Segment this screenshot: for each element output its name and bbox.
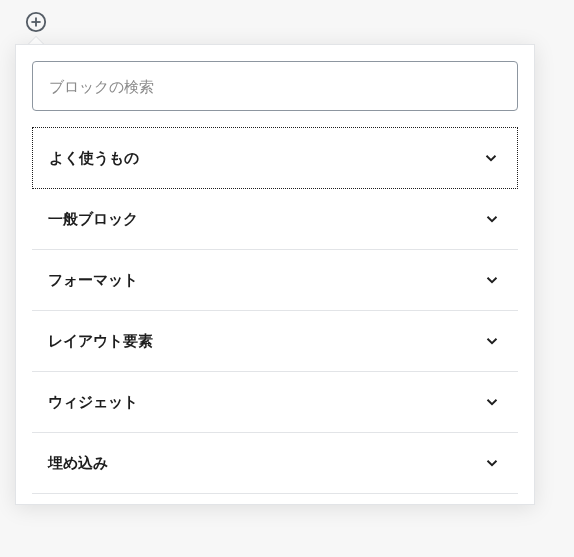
category-formatting[interactable]: フォーマット [32, 250, 518, 311]
category-label: よく使うもの [49, 149, 139, 168]
add-block-button[interactable] [24, 10, 48, 34]
block-categories: よく使うもの 一般ブロック フォーマット レイアウト要素 ウィジェット [16, 127, 534, 494]
block-inserter-popover: よく使うもの 一般ブロック フォーマット レイアウト要素 ウィジェット [15, 44, 535, 505]
category-label: ウィジェット [48, 393, 138, 412]
chevron-down-icon [482, 331, 502, 351]
chevron-down-icon [482, 270, 502, 290]
popover-arrow [28, 36, 44, 44]
category-layout-elements[interactable]: レイアウト要素 [32, 311, 518, 372]
category-widgets[interactable]: ウィジェット [32, 372, 518, 433]
search-input[interactable] [32, 61, 518, 111]
category-label: 埋め込み [48, 454, 108, 473]
category-common-blocks[interactable]: 一般ブロック [32, 189, 518, 250]
search-container [16, 45, 534, 127]
category-embeds[interactable]: 埋め込み [32, 433, 518, 494]
chevron-down-icon [481, 148, 501, 168]
category-frequently-used[interactable]: よく使うもの [32, 127, 518, 189]
category-label: フォーマット [48, 271, 138, 290]
category-label: レイアウト要素 [48, 332, 153, 351]
category-label: 一般ブロック [48, 210, 138, 229]
chevron-down-icon [482, 453, 502, 473]
chevron-down-icon [482, 209, 502, 229]
chevron-down-icon [482, 392, 502, 412]
plus-circle-icon [25, 11, 47, 33]
